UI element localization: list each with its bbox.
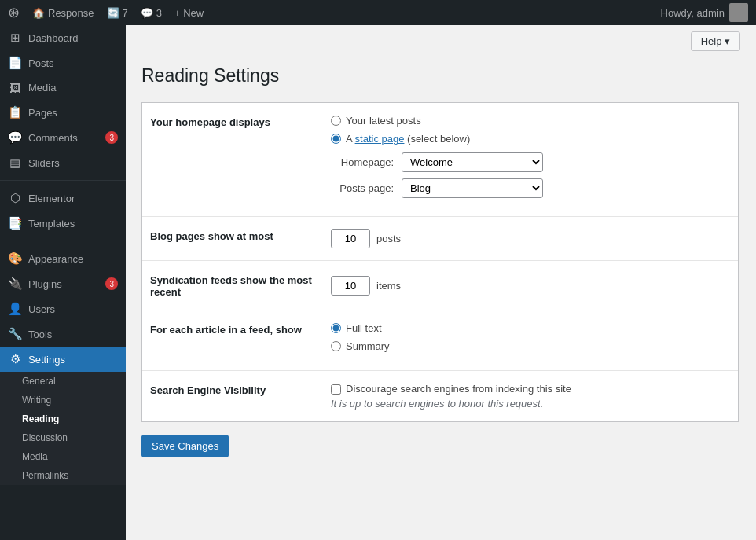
blog-pages-input[interactable]: 10 — [331, 229, 370, 248]
sidebar-item-sliders[interactable]: ▤ Sliders — [0, 150, 126, 175]
static-page-link[interactable]: static page — [355, 133, 405, 145]
sidebar-item-templates[interactable]: 📑 Templates — [0, 211, 126, 236]
help-button[interactable]: Help ▾ — [691, 31, 740, 51]
user-avatar — [729, 3, 748, 22]
static-page-selects: Homepage: Welcome Home About Blog Posts … — [331, 152, 730, 198]
sidebar-sub-item-general[interactable]: General — [0, 372, 126, 391]
plugins-badge: 3 — [105, 277, 118, 290]
posts-page-select-row: Posts page: Blog Home About Welcome — [331, 178, 730, 198]
plugins-icon: 🔌 — [8, 277, 22, 291]
posts-page-select[interactable]: Blog Home About Welcome — [402, 178, 543, 198]
sidebar-item-plugins[interactable]: 🔌 Plugins 3 — [0, 271, 126, 296]
site-name[interactable]: 🏠 Response — [32, 7, 94, 19]
sidebar-sub-item-permalinks[interactable]: Permalinks — [0, 466, 126, 485]
home-icon: 🏠 — [32, 7, 45, 19]
blog-pages-row: Blog pages show at most 10 posts — [142, 217, 738, 261]
users-icon: 👤 — [8, 302, 22, 316]
media-icon: 🖼 — [8, 81, 22, 94]
latest-posts-radio[interactable] — [331, 116, 341, 126]
tools-icon: 🔧 — [8, 327, 22, 341]
elementor-icon: ⬡ — [8, 191, 22, 205]
sidebar-item-pages[interactable]: 📋 Pages — [0, 100, 126, 125]
posts-icon: 📄 — [8, 56, 22, 70]
sidebar-sub-item-reading[interactable]: Reading — [0, 410, 126, 428]
full-text-label: Full text — [346, 322, 382, 334]
settings-submenu: General Writing Reading Discussion Media… — [0, 372, 126, 485]
sidebar-item-settings[interactable]: ⚙ Settings — [0, 347, 126, 372]
posts-page-select-label: Posts page: — [331, 182, 394, 194]
homepage-select-row: Homepage: Welcome Home About Blog — [331, 152, 730, 172]
top-bar: ⊛ 🏠 Response 🔄 7 💬 3 + New Howdy, admin — [0, 0, 756, 25]
comments-item[interactable]: 💬 3 — [141, 7, 162, 19]
help-bar: Help ▾ — [126, 25, 756, 57]
syndication-feeds-field: 10 items — [331, 273, 730, 298]
save-row: Save Changes — [141, 435, 740, 457]
article-feed-row: For each article in a feed, show Full te… — [142, 310, 738, 371]
static-page-radio[interactable] — [331, 134, 341, 144]
syndication-feeds-label: Syndication feeds show the most recent — [150, 273, 315, 298]
syndication-feeds-suffix: items — [376, 280, 401, 292]
templates-icon: 📑 — [8, 216, 22, 230]
updates-item[interactable]: 🔄 7 — [107, 7, 128, 19]
homepage-displays-row: Your homepage displays Your latest posts… — [142, 103, 738, 217]
homepage-select-label: Homepage: — [331, 156, 394, 168]
comment-icon: 💬 — [141, 7, 153, 19]
static-page-label: A static page (select below) — [346, 133, 470, 145]
sidebar-item-elementor[interactable]: ⬡ Elementor — [0, 186, 126, 211]
blog-pages-label: Blog pages show at most — [150, 229, 315, 248]
sidebar-divider-1 — [0, 180, 126, 181]
summary-label: Summary — [346, 340, 390, 352]
sidebar: ⊞ Dashboard 📄 Posts 🖼 Media 📋 Pages 💬 Co… — [0, 25, 126, 540]
syndication-feeds-row: Syndication feeds show the most recent 1… — [142, 261, 738, 310]
search-engine-hint: It is up to search engines to honor this… — [331, 398, 730, 410]
search-engine-row: Search Engine Visibility Discourage sear… — [142, 371, 738, 421]
wp-logo-icon[interactable]: ⊛ — [8, 4, 20, 21]
comments-badge: 3 — [105, 131, 118, 144]
pages-icon: 📋 — [8, 105, 22, 119]
comments-icon: 💬 — [8, 130, 22, 145]
sidebar-item-appearance[interactable]: 🎨 Appearance — [0, 246, 126, 271]
sliders-icon: ▤ — [8, 156, 22, 170]
search-engine-field: Discourage search engines from indexing … — [331, 383, 730, 410]
settings-icon: ⚙ — [8, 352, 22, 366]
sidebar-item-posts[interactable]: 📄 Posts — [0, 50, 126, 75]
search-engine-checkbox-label: Discourage search engines from indexing … — [346, 383, 571, 395]
sidebar-divider-2 — [0, 241, 126, 241]
sidebar-sub-item-writing[interactable]: Writing — [0, 391, 126, 410]
sidebar-item-dashboard[interactable]: ⊞ Dashboard — [0, 25, 126, 50]
save-changes-button[interactable]: Save Changes — [141, 435, 229, 457]
sidebar-item-comments[interactable]: 💬 Comments 3 — [0, 125, 126, 150]
search-engine-checkbox-row[interactable]: Discourage search engines from indexing … — [331, 383, 730, 395]
sidebar-item-users[interactable]: 👤 Users — [0, 296, 126, 321]
static-page-option[interactable]: A static page (select below) — [331, 133, 730, 145]
blog-pages-suffix: posts — [376, 233, 401, 244]
sidebar-item-media[interactable]: 🖼 Media — [0, 75, 126, 100]
latest-posts-label: Your latest posts — [346, 115, 421, 127]
article-feed-label: For each article in a feed, show — [150, 322, 315, 358]
summary-radio[interactable] — [331, 341, 341, 351]
page-title: Reading Settings — [141, 65, 740, 86]
homepage-displays-label: Your homepage displays — [150, 115, 315, 204]
main-content: Help ▾ Reading Settings Your homepage di… — [126, 25, 756, 540]
updates-icon: 🔄 — [107, 7, 119, 19]
sidebar-sub-item-media[interactable]: Media — [0, 447, 126, 466]
appearance-icon: 🎨 — [8, 252, 22, 266]
homepage-displays-field: Your latest posts A static page (select … — [331, 115, 730, 204]
syndication-feeds-input[interactable]: 10 — [331, 276, 370, 296]
new-content-button[interactable]: + New — [174, 7, 204, 19]
full-text-option[interactable]: Full text — [331, 322, 730, 334]
article-feed-field: Full text Summary — [331, 322, 730, 358]
homepage-select[interactable]: Welcome Home About Blog — [402, 152, 543, 172]
full-text-radio[interactable] — [331, 323, 341, 333]
dashboard-icon: ⊞ — [8, 31, 22, 45]
latest-posts-option[interactable]: Your latest posts — [331, 115, 730, 127]
settings-box: Your homepage displays Your latest posts… — [141, 102, 739, 422]
sidebar-item-tools[interactable]: 🔧 Tools — [0, 321, 126, 347]
user-info: Howdy, admin — [661, 3, 748, 22]
summary-option[interactable]: Summary — [331, 340, 730, 352]
settings-content: Reading Settings Your homepage displays … — [126, 57, 756, 481]
blog-pages-field: 10 posts — [331, 229, 730, 248]
sidebar-sub-item-discussion[interactable]: Discussion — [0, 428, 126, 447]
search-engine-checkbox[interactable] — [331, 384, 341, 395]
search-engine-label: Search Engine Visibility — [150, 383, 315, 410]
